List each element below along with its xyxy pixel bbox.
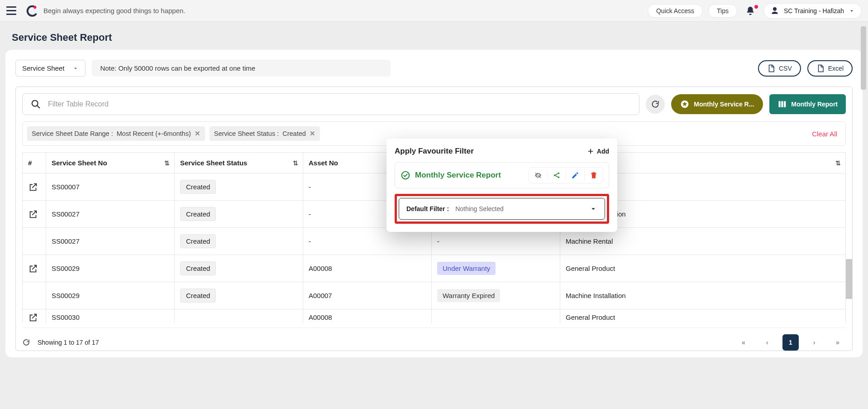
refresh-icon[interactable] bbox=[22, 338, 30, 346]
user-icon bbox=[770, 6, 779, 15]
table-row[interactable]: SS00029CreatedA00008Under WarrantyGenera… bbox=[23, 255, 846, 282]
file-icon bbox=[767, 64, 775, 72]
pager-summary: Showing 1 to 17 of 17 bbox=[38, 339, 99, 346]
notifications-button[interactable] bbox=[743, 6, 758, 16]
search-icon bbox=[31, 99, 41, 109]
table-row[interactable]: SS00030A00008General Product bbox=[23, 309, 846, 323]
status-badge: Created bbox=[180, 261, 216, 275]
open-row-button[interactable] bbox=[23, 255, 46, 282]
cell-warranty: Warranty Expired bbox=[432, 282, 560, 309]
filter-chip-status[interactable]: Service Sheet Status : Created ✕ bbox=[210, 126, 320, 141]
refresh-icon bbox=[651, 100, 660, 109]
cell-warranty bbox=[432, 309, 560, 323]
tips-button[interactable]: Tips bbox=[708, 4, 737, 18]
bell-icon bbox=[745, 6, 755, 16]
cell-sheet-no: SS00030 bbox=[46, 309, 175, 323]
clear-all-button[interactable]: Clear All bbox=[812, 130, 841, 138]
cell-status: Created bbox=[175, 228, 303, 255]
page-prev[interactable]: ‹ bbox=[759, 334, 775, 351]
warranty-badge: Warranty Expired bbox=[437, 289, 500, 302]
favourite-filter-item[interactable]: Monthly Service Report bbox=[395, 162, 609, 188]
refresh-button[interactable] bbox=[646, 95, 665, 114]
page-title: Service Sheet Report bbox=[0, 22, 868, 50]
page-next[interactable]: › bbox=[806, 334, 822, 351]
col-sheet-no[interactable]: Service Sheet No⇅ bbox=[46, 153, 175, 173]
open-row-button[interactable] bbox=[23, 173, 46, 201]
favourite-filter-actions bbox=[529, 167, 603, 183]
svg-rect-4 bbox=[779, 101, 781, 107]
user-menu[interactable]: SC Training - Hafizah bbox=[763, 3, 862, 19]
pagination: Showing 1 to 17 of 17 « ‹ 1 › » bbox=[22, 327, 846, 351]
delete-icon[interactable] bbox=[585, 168, 603, 183]
monthly-report-button[interactable]: Monthly Report bbox=[769, 94, 846, 114]
sort-icon: ⇅ bbox=[164, 159, 170, 167]
filter-chip-date-range[interactable]: Service Sheet Date Range : Most Recent (… bbox=[27, 126, 205, 141]
plus-icon bbox=[587, 148, 594, 155]
page-current[interactable]: 1 bbox=[782, 334, 799, 351]
status-badge: Created bbox=[180, 234, 216, 248]
app-logo bbox=[25, 5, 37, 17]
cell-name: General Product bbox=[560, 255, 846, 282]
tagline: Begin always expecting good things to ha… bbox=[43, 7, 186, 14]
close-icon[interactable]: ✕ bbox=[195, 130, 200, 137]
cell-sheet-no: SS00007 bbox=[46, 173, 175, 201]
cell-asset: A00008 bbox=[303, 255, 432, 282]
export-excel-button[interactable]: Excel bbox=[807, 60, 853, 77]
cell-name: Machine Installation bbox=[560, 282, 846, 309]
search-input[interactable] bbox=[48, 100, 631, 108]
sheet-type-select[interactable]: Service Sheet bbox=[15, 60, 86, 77]
chevron-down-icon bbox=[72, 65, 79, 72]
page-first[interactable]: « bbox=[735, 334, 752, 351]
open-row-button[interactable] bbox=[23, 309, 46, 323]
edit-icon[interactable] bbox=[566, 168, 584, 183]
hide-icon[interactable] bbox=[529, 168, 547, 183]
svg-point-0 bbox=[33, 5, 37, 9]
quick-access-button[interactable]: Quick Access bbox=[648, 4, 703, 18]
cell-asset: A00008 bbox=[303, 309, 432, 323]
cell-status: Created bbox=[175, 173, 303, 201]
favourite-filter-popover: Apply Favourite Filter Add Monthly Servi… bbox=[386, 139, 617, 232]
check-circle-icon bbox=[401, 170, 410, 180]
svg-rect-6 bbox=[784, 101, 786, 107]
status-badge: Created bbox=[180, 207, 216, 221]
search-box[interactable] bbox=[22, 93, 639, 115]
col-index[interactable]: # bbox=[23, 153, 46, 173]
open-row-button bbox=[23, 228, 46, 255]
share-icon[interactable] bbox=[548, 168, 566, 183]
svg-line-2 bbox=[37, 106, 39, 108]
table-row[interactable]: SS00029CreatedA00007Warranty ExpiredMach… bbox=[23, 282, 846, 309]
export-csv-button[interactable]: CSV bbox=[758, 60, 801, 77]
cell-sheet-no: SS00029 bbox=[46, 282, 175, 309]
cell-status: Created bbox=[175, 255, 303, 282]
chevron-down-icon bbox=[589, 205, 597, 213]
cell-status bbox=[175, 309, 303, 323]
cell-sheet-no: SS00029 bbox=[46, 255, 175, 282]
page-scrollbar[interactable] bbox=[860, 22, 867, 409]
status-badge: Created bbox=[180, 289, 216, 303]
default-filter-select[interactable]: Default Filter : Nothing Selected bbox=[399, 198, 605, 220]
cell-name: General Product bbox=[560, 309, 846, 323]
export-note: Note: Only 50000 rows can be exported at… bbox=[92, 60, 391, 77]
chevron-down-icon bbox=[849, 8, 855, 14]
add-favourite-button[interactable]: Add bbox=[587, 148, 609, 155]
warranty-badge: Under Warranty bbox=[437, 262, 496, 275]
page-last[interactable]: » bbox=[830, 334, 846, 351]
user-name: SC Training - Hafizah bbox=[784, 7, 844, 14]
sort-icon: ⇅ bbox=[835, 159, 841, 167]
cell-status: Created bbox=[175, 282, 303, 309]
favourite-filter-title: Apply Favourite Filter bbox=[395, 147, 474, 156]
status-badge: Created bbox=[180, 180, 216, 194]
table-scrollbar[interactable] bbox=[846, 259, 852, 299]
sort-icon: ⇅ bbox=[293, 159, 298, 167]
cell-sheet-no: SS00027 bbox=[46, 201, 175, 228]
notification-dot bbox=[754, 5, 758, 9]
cell-asset: A00007 bbox=[303, 282, 432, 309]
file-icon bbox=[816, 64, 825, 72]
columns-icon bbox=[777, 100, 787, 109]
close-icon[interactable]: ✕ bbox=[310, 130, 315, 137]
open-row-button[interactable] bbox=[23, 201, 46, 228]
cell-warranty: Under Warranty bbox=[432, 255, 560, 282]
monthly-service-filter-button[interactable]: Monthly Service R... bbox=[671, 94, 763, 114]
menu-icon[interactable] bbox=[6, 5, 19, 17]
col-status[interactable]: Service Sheet Status⇅ bbox=[175, 153, 303, 173]
